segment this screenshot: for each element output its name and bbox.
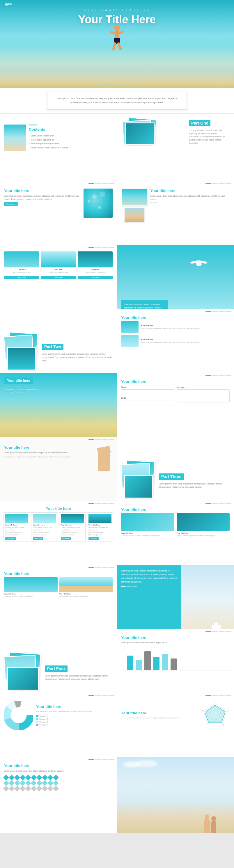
radar-title: Your title here bbox=[121, 711, 198, 715]
slide-footer: Jessie & Alfred Design bbox=[100, 84, 134, 86]
col1-btn[interactable]: Learn more bbox=[4, 276, 39, 279]
contact-title: Your title here bbox=[121, 379, 230, 384]
photo-top bbox=[121, 189, 147, 206]
svg-text:2: 2 bbox=[228, 710, 229, 712]
photo-bottom bbox=[124, 208, 144, 222]
4col-btn1[interactable]: Learn more bbox=[5, 537, 16, 540]
intro-text-box: Lorem ipsum dolor sit amet, consectetuer… bbox=[47, 92, 187, 110]
slide-diamonds: Your title here Lorem ipsum dolor sit am… bbox=[0, 757, 117, 833]
slide4-title: Your title here bbox=[4, 189, 81, 193]
two-rows-title: Your title here bbox=[121, 315, 230, 320]
hand-slide-title: Your title here bbox=[4, 445, 86, 450]
part-four-label: Part Four bbox=[45, 665, 67, 672]
part-two-text: Lorem ipsum dolor sit amet, consectetuer… bbox=[42, 352, 113, 362]
hero-figure bbox=[108, 23, 126, 58]
part-one-label: Part One bbox=[189, 120, 210, 126]
logo-badge: 澳萨网 bbox=[3, 2, 13, 7]
bar-chart-title: Your title here bbox=[121, 636, 230, 640]
4col-btn3[interactable]: Learn more bbox=[61, 537, 71, 540]
4col-title: Your title here bbox=[3, 506, 113, 511]
intro-text: Lorem ipsum dolor sit amet, consectetuer… bbox=[54, 97, 180, 105]
part-three-text: Lorem ipsum dolor sit amet, consectetuer… bbox=[159, 482, 230, 489]
svg-text:5: 5 bbox=[202, 710, 203, 712]
diamond-title: Your title here bbox=[4, 764, 113, 768]
beach-slide-title: Your title here bbox=[7, 378, 30, 383]
svg-point-5 bbox=[13, 709, 25, 721]
contents-list: ● Lorem ipsum dolor sit amet ● Consectet… bbox=[29, 134, 113, 150]
svg-marker-9 bbox=[205, 705, 225, 723]
slide4-body: Lorem ipsum dolor sit amet consectetuer … bbox=[4, 194, 81, 201]
4col-btn4[interactable]: Learn more bbox=[88, 537, 99, 540]
slide5-body: Lorem ipsum dolor sit amet consectetuer … bbox=[150, 194, 230, 201]
contents-photo bbox=[4, 125, 26, 151]
4col-btn2[interactable]: Learn more bbox=[33, 537, 43, 540]
slide-couple-beach bbox=[117, 757, 234, 833]
part-four-text: Lorem ipsum dolor sit amet, consectetuer… bbox=[45, 674, 113, 681]
pie-title: Your title here bbox=[36, 705, 93, 709]
slide4-photo bbox=[84, 189, 113, 218]
slide4-btn[interactable]: Learn more bbox=[4, 202, 18, 206]
part-three-label: Part Three bbox=[159, 473, 184, 480]
col3-btn[interactable]: Learn more bbox=[78, 276, 113, 279]
contents-title: Contents bbox=[29, 127, 113, 131]
t2-title: Your title here bbox=[4, 571, 113, 576]
part-one-text: Lorem ipsum dolor sit amet, consectetuer… bbox=[189, 129, 230, 145]
svg-text:4: 4 bbox=[206, 724, 207, 726]
slide5-title: Your title here bbox=[150, 189, 230, 193]
svg-text:3: 3 bbox=[223, 724, 224, 726]
2col-title: Your title here bbox=[121, 507, 230, 512]
svg-text:1: 1 bbox=[214, 701, 216, 703]
part-two-label: Part Two bbox=[42, 344, 63, 350]
col2-btn[interactable]: Learn more bbox=[41, 276, 76, 279]
designer-label: J e s s i e & A l f r e d D e s i g n bbox=[84, 9, 150, 11]
